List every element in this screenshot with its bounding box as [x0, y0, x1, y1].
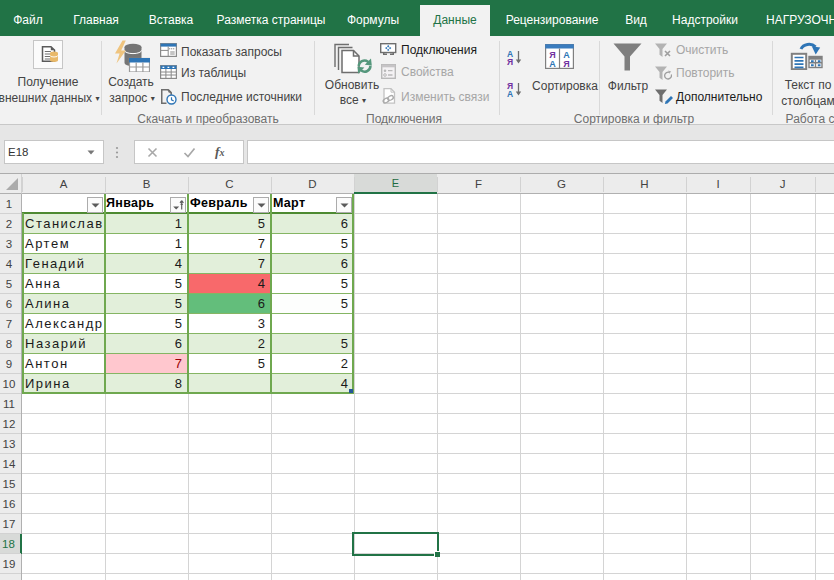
- svg-text:Я: Я: [549, 50, 555, 60]
- svg-text:Я: Я: [563, 59, 569, 69]
- svg-text:А: А: [507, 89, 513, 98]
- svg-text:Я: Я: [507, 57, 513, 66]
- svg-text:А: А: [563, 50, 570, 60]
- svg-text:А: А: [549, 59, 556, 69]
